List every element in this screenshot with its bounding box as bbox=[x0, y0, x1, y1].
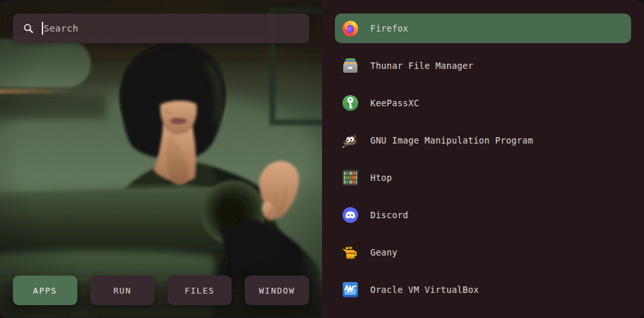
mode-button-run[interactable]: RUN bbox=[90, 276, 155, 305]
app-row-htop[interactable]: Htop bbox=[335, 163, 631, 192]
app-row-geany[interactable]: Geany bbox=[335, 238, 631, 267]
htop-icon bbox=[341, 169, 359, 187]
app-row-virtualbox[interactable]: Oracle VM VirtualBox bbox=[335, 275, 631, 304]
text-caret bbox=[42, 22, 43, 35]
virtualbox-icon bbox=[341, 281, 359, 299]
app-list: Firefox Thunar File Manager bbox=[322, 0, 644, 318]
app-label: GNU Image Manipulation Program bbox=[370, 135, 533, 145]
app-row-thunar[interactable]: Thunar File Manager bbox=[335, 51, 631, 80]
firefox-icon bbox=[341, 19, 359, 37]
app-row-discord[interactable]: Discord bbox=[335, 200, 631, 230]
left-pane: APPS RUN FILES WINDOW bbox=[0, 0, 322, 318]
app-label: Htop bbox=[370, 173, 392, 183]
app-label: Oracle VM VirtualBox bbox=[370, 285, 479, 295]
app-label: Discord bbox=[370, 210, 408, 220]
mode-button-apps[interactable]: APPS bbox=[13, 276, 77, 305]
app-row-gimp[interactable]: GNU Image Manipulation Program bbox=[335, 126, 631, 155]
gimp-icon bbox=[341, 131, 359, 149]
search-bar[interactable] bbox=[13, 14, 309, 43]
app-row-keepassxc[interactable]: KeePassXC bbox=[335, 88, 631, 118]
app-row-firefox[interactable]: Firefox bbox=[335, 14, 631, 43]
app-label: Thunar File Manager bbox=[370, 61, 473, 71]
app-label: KeePassXC bbox=[370, 98, 419, 108]
app-label: Firefox bbox=[370, 23, 408, 33]
thunar-icon bbox=[341, 57, 359, 75]
search-icon bbox=[23, 23, 33, 33]
mode-button-files[interactable]: FILES bbox=[167, 276, 232, 305]
app-label: Geany bbox=[370, 247, 397, 257]
geany-icon bbox=[341, 243, 359, 261]
keepassxc-icon bbox=[341, 94, 359, 112]
mode-button-row: APPS RUN FILES WINDOW bbox=[13, 276, 309, 305]
wallpaper-illustration bbox=[0, 0, 322, 318]
search-input[interactable] bbox=[44, 23, 300, 33]
mode-button-window[interactable]: WINDOW bbox=[245, 276, 309, 305]
discord-icon bbox=[341, 206, 359, 224]
app-launcher-window: APPS RUN FILES WINDOW bbox=[0, 0, 644, 318]
